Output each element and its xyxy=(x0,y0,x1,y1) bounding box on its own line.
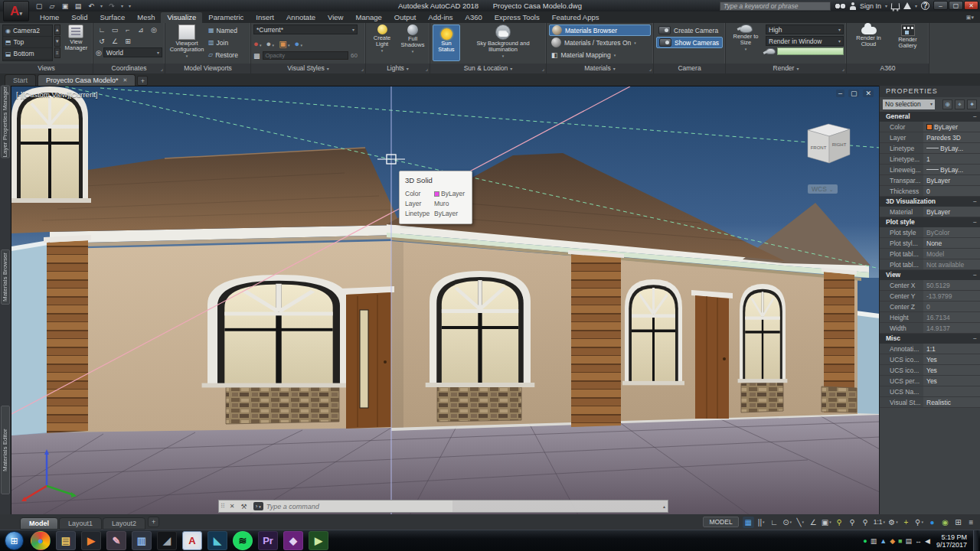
taskbar-chrome-icon[interactable]: ● xyxy=(31,531,51,550)
tab-parametric[interactable]: Parametric xyxy=(202,12,250,23)
tab-featured-apps[interactable]: Featured Apps xyxy=(546,12,606,23)
add-annotation-scales-icon[interactable]: ⚲ xyxy=(847,517,858,528)
property-row[interactable]: UCS ico... Yes xyxy=(880,365,980,376)
ucs-named-icon[interactable]: ▭ xyxy=(109,24,121,35)
taskbar-paint-icon[interactable]: ✎ xyxy=(106,531,126,550)
view-bottom[interactable]: ⬓Bottom xyxy=(3,48,52,60)
viewport-controls-label[interactable]: [-][Custom View][Current] xyxy=(16,90,97,99)
property-row[interactable]: Width 14.9137 xyxy=(880,323,980,334)
tray-green-app-icon[interactable]: ■ xyxy=(898,537,902,545)
tab-home[interactable]: Home xyxy=(34,12,65,23)
open-file-icon[interactable]: ▱ xyxy=(47,2,57,11)
property-row[interactable]: Height 16.7134 xyxy=(880,312,980,323)
tab-add-ins[interactable]: Add-ins xyxy=(422,12,459,23)
tab-solid[interactable]: Solid xyxy=(65,12,93,23)
join-viewports-button[interactable]: ▥Join xyxy=(208,37,238,48)
ucs-origin-icon[interactable]: ⌐ xyxy=(122,24,134,35)
property-row[interactable]: Annotati... 1:1 xyxy=(880,344,980,354)
panel-label-materials[interactable]: Materials⌟ xyxy=(547,64,653,73)
property-row[interactable]: Layer Paredes 3D xyxy=(880,132,980,143)
collapse-icon[interactable] xyxy=(973,217,977,227)
restore-viewports-button[interactable]: ▱Restore xyxy=(208,49,238,60)
panel-label-sun-location[interactable]: Sun & Location⌟ xyxy=(430,64,546,73)
tab-view[interactable]: View xyxy=(322,12,349,23)
taskbar-purple-app-icon[interactable]: ◆ xyxy=(283,531,303,550)
show-cameras-button[interactable]: Show Cameras xyxy=(656,37,723,48)
units-icon[interactable]: ⚲ xyxy=(913,517,925,528)
qat-customize-icon[interactable]: ▾ xyxy=(127,2,132,11)
ribbon-display-toggle-icon[interactable]: ▣▾ xyxy=(966,15,974,22)
property-row[interactable]: Visual St... Realistic xyxy=(880,397,980,408)
command-resize-icon[interactable]: ▴ xyxy=(663,504,665,509)
property-row[interactable]: Plot tabl... Model xyxy=(880,249,980,259)
ucs-face-icon[interactable]: ⊞ xyxy=(122,36,134,47)
command-close-icon[interactable]: ✕ xyxy=(227,503,238,510)
tray-spotify-icon[interactable]: ● xyxy=(863,537,867,545)
named-viewports-button[interactable]: ▦Named xyxy=(208,24,238,36)
viewport-canvas[interactable]: FRONT RIGHT xyxy=(11,86,880,515)
face-style-icon[interactable]: ● ▾ xyxy=(253,36,262,50)
tray-volume-icon[interactable]: ◀ xyxy=(925,537,930,545)
autocad-logo-menu[interactable]: A▾ xyxy=(3,1,29,21)
close-button[interactable]: ✕ xyxy=(964,1,978,10)
undo-dropdown-icon[interactable]: ▾ xyxy=(99,2,104,11)
ortho-mode-icon[interactable]: ∟ xyxy=(769,517,780,528)
property-row[interactable]: Linetype ByLay... xyxy=(880,143,980,154)
tray-printer-icon[interactable]: ▤ xyxy=(906,537,913,545)
taskbar-media-player-icon[interactable]: ▶ xyxy=(81,531,101,550)
tab-output[interactable]: Output xyxy=(388,12,423,23)
file-tab-proyecto[interactable]: Proyecto Casa Modelo*✕ xyxy=(38,74,136,86)
sky-background-button[interactable]: Sky Background and Illumination xyxy=(462,24,544,62)
undo-icon[interactable]: ↶ xyxy=(86,2,96,11)
command-grip-icon[interactable]: ⠿ xyxy=(219,503,227,510)
materials-textures-button[interactable]: Materials / Textures On▾ xyxy=(549,37,651,48)
property-row[interactable]: UCS Na... xyxy=(880,386,980,397)
materials-browser-tab[interactable]: Materials Browser xyxy=(1,249,10,305)
search-input[interactable] xyxy=(720,2,831,11)
minimize-button[interactable]: – xyxy=(933,1,948,10)
tab-annotate[interactable]: Annotate xyxy=(280,12,322,23)
viewport-minimize-button[interactable]: – xyxy=(836,90,844,97)
property-row[interactable]: Thickness 0 xyxy=(880,186,980,197)
toggle-pickadd-icon[interactable]: ⊕ xyxy=(942,99,952,109)
hardware-acceleration-icon[interactable]: ● xyxy=(926,517,938,528)
panel-label-views[interactable]: Views xyxy=(0,64,93,73)
tab-surface[interactable]: Surface xyxy=(93,12,131,23)
taskbar-geforce-icon[interactable]: ◢ xyxy=(157,531,177,550)
property-row[interactable]: Color ByLayer xyxy=(880,122,980,132)
collapse-icon[interactable] xyxy=(973,112,977,122)
edge-effects-icon[interactable]: ▣ ▾ xyxy=(279,36,289,50)
property-row[interactable]: Transpar... ByLayer xyxy=(880,175,980,186)
grid-display-icon[interactable]: ▦ xyxy=(743,517,754,528)
show-annotation-objects-icon[interactable]: ⚲ xyxy=(834,517,845,528)
panel-label-camera[interactable]: Camera xyxy=(654,64,725,73)
tray-app-icon[interactable]: ▥ xyxy=(871,537,877,545)
taskbar-autocad-icon[interactable]: A xyxy=(182,531,202,550)
xray-effect-icon[interactable]: ● ▾ xyxy=(294,36,302,50)
restore-button[interactable]: ▢ xyxy=(949,1,963,10)
taskbar-control-panel-icon[interactable]: ▥ xyxy=(132,531,152,550)
visual-style-select[interactable]: *Current*▾ xyxy=(253,24,358,34)
section-header-misc[interactable]: Misc xyxy=(880,334,980,344)
tab-manage[interactable]: Manage xyxy=(349,12,387,23)
section-header-general[interactable]: General xyxy=(880,112,980,122)
help-icon[interactable]: ? xyxy=(921,2,929,10)
section-header-view[interactable]: View xyxy=(880,270,980,280)
collapse-icon[interactable] xyxy=(973,197,977,207)
section-header-plot-style[interactable]: Plot style xyxy=(880,217,980,227)
tab-insert[interactable]: Insert xyxy=(250,12,280,23)
annotation-monitor-icon[interactable]: + xyxy=(900,517,912,528)
tab-a360[interactable]: A360 xyxy=(459,12,488,23)
snap-mode-icon[interactable]: || xyxy=(756,517,767,528)
panel-label-visual-styles[interactable]: Visual Styles⌟ xyxy=(251,64,365,73)
property-row[interactable]: Center X 50.5129 xyxy=(880,280,980,291)
collapse-icon[interactable] xyxy=(973,270,977,280)
ucs-icon[interactable]: ∟ xyxy=(96,24,108,35)
tray-network-icon[interactable]: ↔ xyxy=(915,537,922,545)
file-tab-start[interactable]: Start xyxy=(5,74,36,86)
view-manager-button[interactable]: View Manager xyxy=(62,24,90,62)
clean-screen-icon[interactable]: ⊞ xyxy=(952,517,964,528)
sign-in-dropdown-icon[interactable]: ▾ xyxy=(885,3,887,8)
render-to-size-button[interactable]: Render to Size xyxy=(728,24,763,62)
taskbar-autodesk-app-icon[interactable]: ◣ xyxy=(207,531,227,550)
